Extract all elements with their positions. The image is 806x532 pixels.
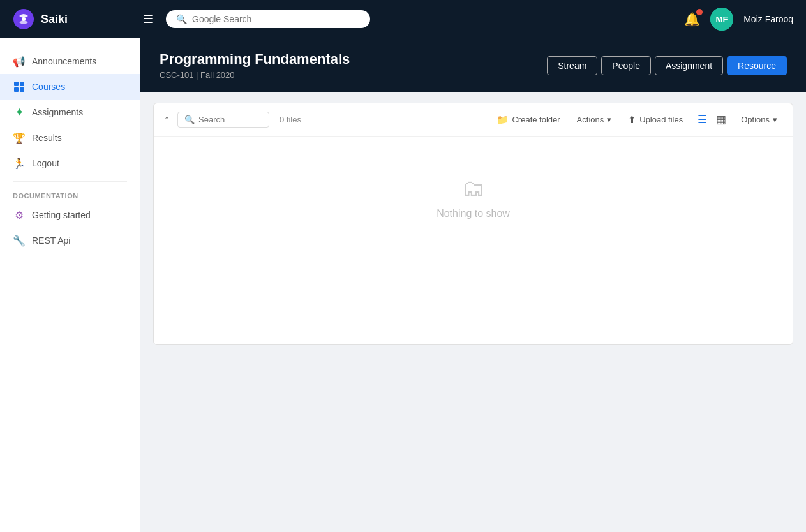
sidebar: 📢 Announcements Courses ✦ Assignments 🏆 … (0, 38, 140, 532)
svg-point-1 (22, 17, 26, 21)
avatar-icon: MF (710, 8, 733, 31)
documentation-section-title: DOCUMENTATION (0, 187, 140, 202)
notification-bell[interactable]: 🔔 (684, 11, 700, 27)
getting-started-icon: ⚙ (13, 209, 26, 221)
empty-folder-icon: 🗂 (462, 175, 485, 202)
svg-text:MF: MF (716, 15, 728, 24)
empty-state: 🗂 Nothing to show (154, 137, 793, 258)
user-name[interactable]: Moiz Farooq (743, 14, 793, 24)
topnav-center: 🔍 (153, 10, 684, 28)
sidebar-item-announcements[interactable]: 📢 Announcements (0, 48, 140, 74)
course-meta: CSC-101 | Fall 2020 (160, 70, 350, 80)
options-chevron-icon: ▾ (773, 115, 777, 124)
upload-icon: ⬆ (628, 114, 636, 126)
folder-add-icon: 📁 (496, 114, 509, 126)
back-button[interactable]: ↑ (164, 113, 170, 126)
search-input[interactable] (192, 14, 360, 24)
sidebar-item-rest-api[interactable]: 🔧 REST Api (0, 228, 140, 253)
search-icon: 🔍 (176, 14, 187, 24)
saiki-logo (13, 8, 34, 30)
topnav-right: 🔔 MF Moiz Farooq (684, 8, 793, 31)
actions-button[interactable]: Actions ▾ (572, 112, 617, 127)
grid-view-button[interactable]: ▦ (713, 111, 729, 128)
tab-assignment[interactable]: Assignment (655, 56, 723, 75)
svg-rect-6 (14, 87, 19, 92)
file-search[interactable]: 🔍 (177, 112, 269, 128)
sidebar-label-getting-started: Getting started (32, 210, 91, 220)
tab-stream[interactable]: Stream (547, 56, 597, 75)
sidebar-item-courses[interactable]: Courses (0, 74, 140, 100)
assignments-icon: ✦ (13, 106, 26, 119)
hamburger-button[interactable]: ☰ (143, 12, 153, 26)
empty-message: Nothing to show (437, 208, 510, 219)
sidebar-label-announcements: Announcements (32, 56, 96, 66)
sidebar-item-logout[interactable]: 🏃 Logout (0, 151, 140, 176)
sidebar-item-results[interactable]: 🏆 Results (0, 125, 140, 151)
course-header: Programming Fundamentals CSC-101 | Fall … (140, 38, 806, 92)
courses-icon (13, 80, 26, 93)
rest-api-icon: 🔧 (13, 234, 26, 247)
topnav: Saiki ☰ 🔍 🔔 MF Moiz Farooq (0, 0, 806, 38)
course-tabs: Stream People Assignment Resource (547, 56, 787, 75)
course-info: Programming Fundamentals CSC-101 | Fall … (160, 51, 350, 80)
file-search-icon: 🔍 (184, 115, 195, 124)
resource-toolbar: ↑ 🔍 0 files 📁 Create folder Actions ▾ (154, 103, 793, 137)
results-icon: 🏆 (13, 131, 26, 144)
announcements-icon: 📢 (13, 55, 26, 68)
main-layout: 📢 Announcements Courses ✦ Assignments 🏆 … (0, 38, 806, 532)
actions-chevron-icon: ▾ (607, 115, 611, 124)
file-search-input[interactable] (198, 115, 262, 124)
sidebar-label-results: Results (32, 133, 62, 143)
resource-content-area: ↑ 🔍 0 files 📁 Create folder Actions ▾ (153, 103, 793, 345)
sidebar-item-assignments[interactable]: ✦ Assignments (0, 100, 140, 125)
course-title: Programming Fundamentals (160, 51, 350, 68)
sidebar-divider (13, 181, 127, 182)
list-view-button[interactable]: ☰ (694, 111, 710, 128)
tab-resource[interactable]: Resource (727, 56, 787, 75)
user-avatar[interactable]: MF (710, 8, 733, 31)
view-icons: ☰ ▦ (694, 111, 729, 128)
notification-badge (696, 9, 703, 15)
app-name: Saiki (41, 13, 68, 26)
sidebar-item-getting-started[interactable]: ⚙ Getting started (0, 202, 140, 228)
tab-people[interactable]: People (601, 56, 651, 75)
search-bar[interactable]: 🔍 (166, 10, 370, 28)
sidebar-label-rest-api: REST Api (32, 235, 70, 246)
upload-files-button[interactable]: ⬆ Upload files (623, 112, 688, 128)
file-count: 0 files (280, 115, 301, 124)
logout-icon: 🏃 (13, 157, 26, 170)
sidebar-label-assignments: Assignments (32, 107, 83, 117)
topnav-brand: Saiki ☰ (13, 8, 153, 30)
sidebar-label-courses: Courses (32, 82, 65, 92)
svg-rect-4 (14, 82, 19, 86)
main-content: Programming Fundamentals CSC-101 | Fall … (140, 38, 806, 532)
toolbar-right: 📁 Create folder Actions ▾ ⬆ Upload files… (491, 111, 782, 128)
sidebar-label-logout: Logout (32, 158, 59, 168)
options-button[interactable]: Options ▾ (736, 112, 782, 127)
create-folder-button[interactable]: 📁 Create folder (491, 112, 565, 128)
svg-rect-7 (20, 87, 24, 92)
svg-rect-5 (20, 82, 24, 86)
